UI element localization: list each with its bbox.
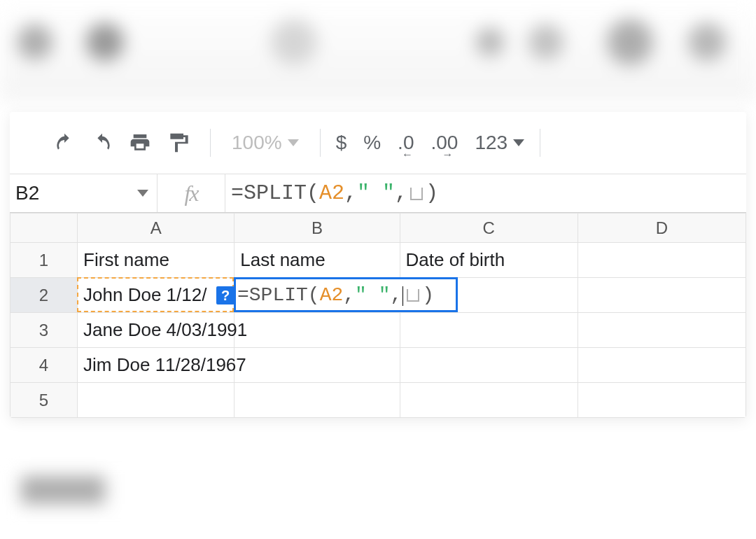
formula-string: " " [357, 181, 395, 205]
more-formats-label: 123 [475, 132, 507, 154]
zoom-value: 100% [232, 132, 282, 154]
row-5: 5 [10, 383, 746, 418]
editor-string: " " [355, 284, 390, 306]
editor-close: ) [422, 284, 434, 306]
cell-d1[interactable] [578, 243, 746, 278]
cell-c1[interactable]: Date of birth [400, 243, 578, 278]
grid-area: A B C D 1 First name Last name Date of b… [10, 213, 746, 418]
spreadsheet-panel: 100% $ % .0 .00 123 B2 fx =SPLIT(A2," ",… [10, 112, 746, 418]
formula-comma: , [344, 181, 357, 205]
fx-label: fx [158, 174, 225, 212]
row-1: 1 First name Last name Date of birth [10, 243, 746, 278]
name-box[interactable]: B2 [10, 174, 157, 212]
argument-placeholder-icon [407, 289, 419, 302]
chevron-down-icon [137, 190, 148, 197]
paint-format-button[interactable] [161, 126, 195, 160]
cell-a5[interactable] [78, 383, 234, 418]
zoom-dropdown[interactable]: 100% [226, 132, 304, 154]
cell-a1[interactable]: First name [78, 243, 234, 278]
formula-help-badge[interactable]: ? [216, 286, 234, 304]
cell-b5[interactable] [234, 383, 400, 418]
editor-comma: , [343, 284, 355, 306]
cell-d2[interactable] [578, 278, 746, 313]
format-percent-button[interactable]: % [363, 132, 381, 154]
cell-c5[interactable] [400, 383, 578, 418]
column-header-row: A B C D [10, 214, 746, 243]
undo-icon [53, 132, 76, 154]
number-format-group: $ % .0 .00 123 [336, 132, 525, 154]
format-currency-button[interactable]: $ [336, 132, 347, 154]
undo-button[interactable] [48, 126, 81, 160]
cell-b1[interactable]: Last name [234, 243, 400, 278]
select-all-corner[interactable] [10, 214, 78, 243]
cell-d5[interactable] [578, 383, 746, 418]
decrease-decimal-button[interactable]: .0 [398, 132, 414, 154]
row-header-5[interactable]: 5 [10, 383, 78, 418]
toolbar-separator [320, 129, 321, 157]
formula-prefix: =SPLIT( [231, 181, 319, 205]
column-header-d[interactable]: D [578, 214, 746, 243]
blurred-window-chrome-bottom [0, 455, 756, 539]
row-header-1[interactable]: 1 [10, 243, 78, 278]
more-formats-dropdown[interactable]: 123 [475, 132, 524, 154]
editor-ref: A2 [320, 284, 344, 306]
cell-c3[interactable] [400, 313, 578, 348]
row-header-4[interactable]: 4 [10, 348, 78, 383]
cell-a4[interactable]: Jim Doe 11/28/1967 [78, 348, 234, 383]
row-3: 3 Jane Doe 4/03/1991 [10, 313, 746, 348]
redo-button[interactable] [85, 126, 119, 160]
blurred-window-chrome-top [0, 0, 756, 102]
reference-row: B2 fx =SPLIT(A2," ",) [10, 174, 746, 213]
text-cursor [402, 286, 403, 306]
print-button[interactable] [123, 126, 157, 160]
print-icon [129, 132, 151, 154]
cell-d3[interactable] [578, 313, 746, 348]
row-header-3[interactable]: 3 [10, 313, 78, 348]
cell-c4[interactable] [400, 348, 578, 383]
cell-d4[interactable] [578, 348, 746, 383]
increase-decimal-button[interactable]: .00 [430, 132, 458, 154]
toolbar-separator [540, 129, 540, 157]
editor-comma: , [390, 284, 402, 306]
argument-placeholder-icon [410, 188, 423, 200]
redo-icon [91, 132, 113, 154]
name-box-value: B2 [15, 182, 39, 204]
formula-bar[interactable]: =SPLIT(A2," ",) [225, 174, 746, 212]
cell-a3[interactable]: Jane Doe 4/03/1991 [78, 313, 234, 348]
toolbar-separator [210, 129, 211, 157]
formula-comma: , [395, 181, 407, 205]
chevron-down-icon [288, 139, 299, 146]
row-header-2[interactable]: 2 [10, 278, 78, 313]
paint-format-icon [167, 132, 189, 154]
cell-b3[interactable] [234, 313, 400, 348]
toolbar: 100% $ % .0 .00 123 [10, 112, 746, 174]
formula-ref: A2 [319, 181, 344, 205]
formula-close: ) [426, 181, 438, 205]
editor-prefix: =SPLIT( [237, 284, 320, 306]
column-header-c[interactable]: C [400, 214, 578, 243]
row-4: 4 Jim Doe 11/28/1967 [10, 348, 746, 383]
column-header-b[interactable]: B [234, 214, 400, 243]
sheet[interactable]: A B C D 1 First name Last name Date of b… [10, 213, 746, 418]
cell-b4[interactable] [234, 348, 400, 383]
column-header-a[interactable]: A [78, 214, 234, 243]
cell-editor[interactable]: ? =SPLIT(A2," ",) [234, 277, 458, 312]
cell-a2[interactable]: John Doe 1/12/ [78, 278, 234, 313]
chevron-down-icon [513, 139, 524, 146]
